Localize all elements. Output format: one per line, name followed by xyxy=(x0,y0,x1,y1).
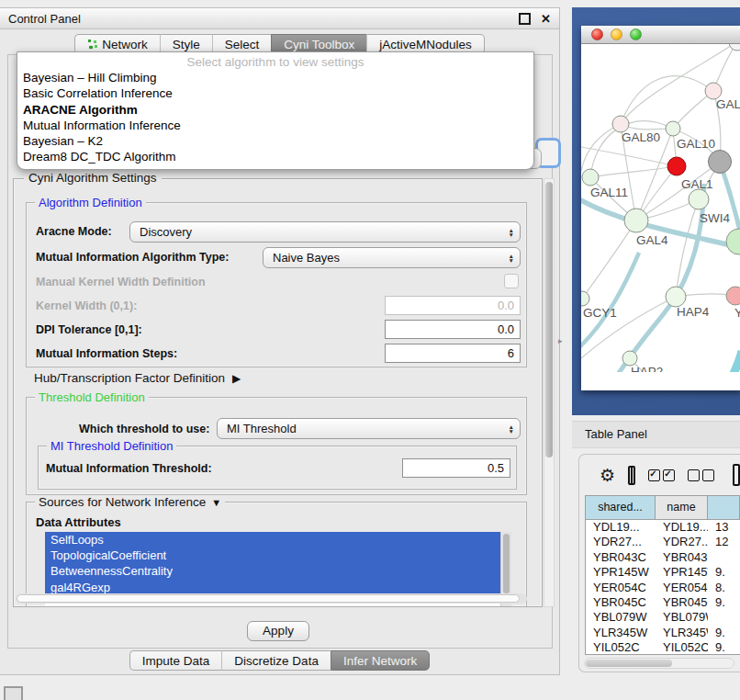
column-header[interactable] xyxy=(708,496,740,519)
network-edge[interactable] xyxy=(720,162,740,239)
network-node[interactable] xyxy=(729,44,740,51)
algorithm-option[interactable]: ARACNE Algorithm xyxy=(17,102,533,118)
network-node[interactable] xyxy=(689,189,709,209)
mi-threshold-label: Mutual Information Threshold: xyxy=(46,462,212,475)
control-panel-titlebar: Control Panel xyxy=(0,8,559,29)
deselect-all-icon[interactable] xyxy=(688,469,714,481)
network-node[interactable] xyxy=(709,151,732,174)
attribute-item[interactable]: SelfLoops xyxy=(45,532,511,548)
network-node[interactable] xyxy=(726,229,740,254)
dpi-tolerance-field[interactable]: 0.0 xyxy=(385,320,521,339)
algorithm-option[interactable]: Mutual Information Inference xyxy=(17,118,533,133)
table-row[interactable]: YPR145WYPR145W9. xyxy=(586,565,740,580)
threshold-definition-title: Threshold Definition xyxy=(35,390,149,404)
node-label: HAP2 xyxy=(631,365,663,372)
tab-label: Impute Data xyxy=(142,654,210,668)
mi-steps-field[interactable]: 6 xyxy=(385,344,521,363)
which-threshold-combo[interactable]: MI Threshold xyxy=(217,418,521,439)
column-header[interactable]: shared... xyxy=(586,496,656,519)
node-label: GAL10 xyxy=(677,137,715,151)
aracne-mode-label: Aracne Mode: xyxy=(36,225,112,238)
network-window: GALGAL80GAL10GAL11GAL1SWI4GAL4GCY1HAP4YH… xyxy=(581,26,740,390)
export-table-icon[interactable] xyxy=(733,464,740,486)
mi-threshold-definition-group: MI Threshold Definition Mutual Informati… xyxy=(38,446,517,490)
table-row[interactable]: YDR27...YDR27...12 xyxy=(586,535,740,549)
algorithm-option[interactable]: Dream8 DC_TDC Algorithm xyxy=(17,149,533,164)
mi-threshold-field[interactable]: 0.5 xyxy=(402,458,510,478)
network-edge[interactable] xyxy=(590,166,677,177)
kernel-width-field[interactable]: 0.0 xyxy=(385,296,521,315)
algorithm-option[interactable]: Basic Correlation Inference xyxy=(17,85,533,101)
node-label: SWI4 xyxy=(700,211,730,225)
network-edge[interactable] xyxy=(621,76,713,124)
network-edge[interactable] xyxy=(621,44,736,124)
algorithm-option[interactable]: Bayesian – K2 xyxy=(17,133,533,149)
network-edge[interactable] xyxy=(606,184,704,372)
table-row[interactable]: YLR345WYLR345W9. xyxy=(586,626,740,640)
gear-icon[interactable] xyxy=(600,467,615,484)
algorithm-option[interactable]: Bayesian – Hill Climbing xyxy=(17,70,533,85)
node-label: GAL11 xyxy=(590,186,628,199)
mi-algorithm-type-combo[interactable]: Naive Bayes xyxy=(263,247,521,268)
tab-label: Network xyxy=(102,38,148,51)
network-node[interactable] xyxy=(581,291,589,306)
close-window-icon[interactable] xyxy=(591,28,603,40)
close-panel-icon[interactable] xyxy=(541,13,551,25)
table-cell: YLR345W xyxy=(656,626,708,640)
tab-label: Cyni Toolbox xyxy=(284,38,354,51)
node-label: GAL4 xyxy=(636,233,668,247)
aracne-mode-combo[interactable]: Discovery xyxy=(129,221,521,243)
hub-definition-expander[interactable]: Hub/Transcription Factor Definition xyxy=(34,371,241,385)
table-cell: YIL052C xyxy=(586,640,656,655)
table-toolbar xyxy=(579,455,740,495)
network-node[interactable] xyxy=(666,287,686,307)
settings-horizontal-scrollbar[interactable] xyxy=(16,593,527,604)
splitter-handle-icon[interactable] xyxy=(558,336,563,345)
settings-vertical-scrollbar[interactable] xyxy=(544,178,555,607)
node-label: Y xyxy=(734,306,740,320)
manual-kernel-checkbox[interactable] xyxy=(504,274,519,288)
network-edge[interactable] xyxy=(582,220,636,299)
control-panel-window: Control Panel NetworkStyleSelectCyni Too… xyxy=(0,7,560,675)
network-node[interactable] xyxy=(667,157,686,175)
tab-impute-data[interactable]: Impute Data xyxy=(129,650,222,671)
table-row[interactable]: YBL079WYBL079W xyxy=(586,610,740,625)
network-edge[interactable] xyxy=(723,351,740,372)
network-canvas[interactable]: GALGAL80GAL10GAL11GAL1SWI4GAL4GCY1HAP4YH… xyxy=(581,44,740,390)
combo-arrows-icon xyxy=(509,227,514,237)
attribute-item[interactable]: TopologicalCoefficient xyxy=(45,548,511,563)
network-node[interactable] xyxy=(726,287,740,305)
manual-kernel-label: Manual Kernel Width Definition xyxy=(36,276,206,288)
columns-icon[interactable] xyxy=(628,466,635,485)
tab-label: Select xyxy=(225,38,260,51)
kernel-width-label: Kernel Width (0,1): xyxy=(36,299,137,312)
network-node[interactable] xyxy=(624,209,648,232)
table-row[interactable]: YBR043CYBR043C xyxy=(586,550,740,565)
network-node[interactable] xyxy=(666,121,680,136)
network-icon xyxy=(87,39,97,50)
collapse-arrow-icon xyxy=(206,495,221,509)
table-row[interactable]: YIL052CYIL052C9. xyxy=(586,640,740,655)
apply-button[interactable]: Apply xyxy=(247,621,309,641)
attribute-item[interactable]: BetweennessCentrality xyxy=(45,563,511,579)
table-horizontal-scrollbar[interactable] xyxy=(584,658,734,669)
table-cell xyxy=(708,610,740,625)
zoom-window-icon[interactable] xyxy=(630,28,642,40)
tab-discretize-data[interactable]: Discretize Data xyxy=(221,650,331,671)
select-all-icon[interactable] xyxy=(648,469,675,481)
network-node[interactable] xyxy=(582,169,599,186)
table-row[interactable]: YER054CYER054C8. xyxy=(586,581,740,595)
table-cell: 8. xyxy=(708,581,740,595)
minimize-window-icon[interactable] xyxy=(611,28,622,40)
sources-title[interactable]: Sources for Network Inference xyxy=(35,495,225,509)
table-row[interactable]: YDL19...YDL19...13 xyxy=(586,520,740,535)
network-node[interactable] xyxy=(622,351,637,366)
expand-arrow-icon xyxy=(225,371,241,385)
network-edge[interactable] xyxy=(581,253,639,349)
table-row[interactable]: YBR045CYBR045C9. xyxy=(586,595,740,610)
column-header[interactable]: name xyxy=(656,496,708,519)
table-panel-titlebar: Table Panel xyxy=(572,421,740,448)
panel-grip-icon[interactable] xyxy=(4,686,23,700)
float-panel-icon[interactable] xyxy=(519,13,531,25)
tab-infer-network[interactable]: Infer Network xyxy=(331,650,430,671)
